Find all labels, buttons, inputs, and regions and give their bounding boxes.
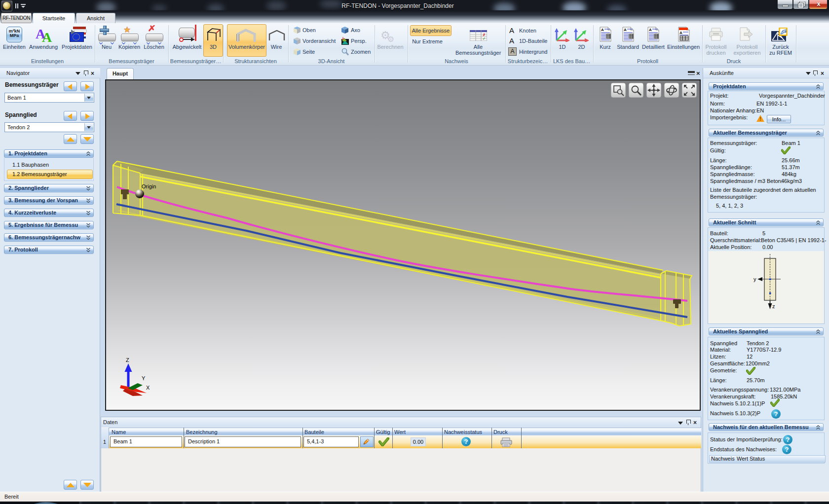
svg-text:A: A <box>601 28 604 32</box>
svg-text:✓: ✓ <box>483 37 486 40</box>
svg-text:✗: ✗ <box>483 33 486 36</box>
svg-text:X: X <box>146 385 150 391</box>
svg-text:A: A <box>649 28 652 32</box>
svg-text:z: z <box>772 303 775 309</box>
svg-text:Z: Z <box>126 357 129 363</box>
svg-text:Y: Y <box>142 375 146 381</box>
svg-text:y: y <box>754 276 756 282</box>
svg-text:Origin: Origin <box>142 183 156 189</box>
svg-text:A: A <box>679 31 682 35</box>
svg-text:A: A <box>624 28 627 32</box>
